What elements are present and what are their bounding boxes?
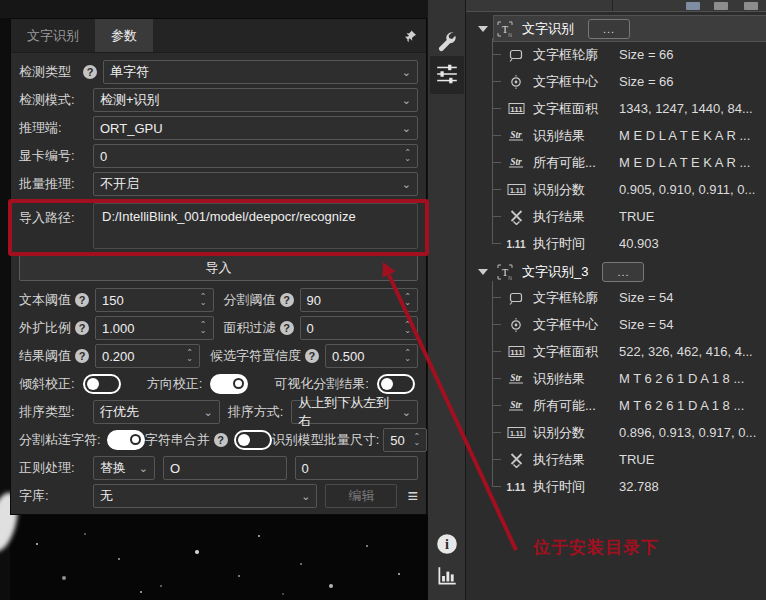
tree-item-label: 文字框轮廓 [533,289,619,307]
regex-mode-select[interactable]: 替换⌄ [93,456,155,480]
tree-item-value: Size = 54 [619,317,766,332]
info-icon[interactable]: i [428,532,466,556]
str-icon: Str [505,398,527,413]
spinner-arrows-icon[interactable]: ⌃⌄ [200,294,207,306]
selected-node[interactable]: TN文字识别... [494,16,766,41]
help-icon[interactable]: ? [75,293,89,307]
help-icon[interactable]: ? [83,65,97,79]
help-icon[interactable]: ? [280,321,294,335]
help-icon[interactable]: ? [280,293,294,307]
string-merge-toggle[interactable] [234,430,272,450]
tree-row[interactable]: 执行结果TRUE [505,446,766,473]
gpu-index-spinner[interactable]: 0⌃⌄ [93,144,418,168]
direction-correction-toggle[interactable] [210,374,248,394]
batch-size-spinner[interactable]: 50⌃⌄ [383,428,427,452]
inference-select[interactable]: ORT_GPU⌄ [93,116,418,140]
svg-text:111: 111 [510,348,523,357]
node-children: 文字框轮廓Size = 54文字框中心Size = 54111文字框面积522,… [505,284,766,500]
skew-correction-toggle[interactable] [83,374,121,394]
spinner-arrows-icon[interactable]: ⌃⌄ [404,150,411,162]
tree-item-label: 执行结果 [533,208,619,226]
tree-item-value: 1343, 1247, 1440, 84... [619,101,766,116]
svg-text:1.11: 1.11 [507,239,526,250]
tree-item-value: 0.896, 0.913, 0.917, 0... [619,425,766,440]
tree-item-label: 执行结果 [533,451,619,469]
wrench-icon[interactable] [428,30,466,52]
tree-row[interactable]: 111文字框面积1343, 1247, 1440, 84... [505,95,766,122]
edit-button[interactable]: 编辑 [325,484,397,508]
split-threshold-label: 分割阈值 [224,291,276,309]
tab-parameters[interactable]: 参数 [95,19,153,52]
tree-row[interactable]: 执行结果TRUE [505,203,766,230]
node-more-button[interactable]: ... [602,262,644,282]
bar-chart-icon[interactable] [428,564,466,588]
tab-text-recognition[interactable]: 文字识别 [11,19,95,52]
result-threshold-spinner[interactable]: 0.200⌃⌄ [95,344,200,368]
expander-icon[interactable] [478,26,488,32]
detect-type-select[interactable]: 单字符⌄ [103,60,418,84]
parameter-panel: 文字识别 参数 检测类型 ? 单字符⌄ 检测模式: 检测+识别⌄ [10,18,427,515]
tree-row[interactable]: 1.11识别分数0.905, 0.910, 0.911, 0... [505,176,766,203]
font-lib-select[interactable]: 无⌄ [93,484,317,508]
spinner-arrows-icon[interactable]: ⌃⌄ [414,434,421,446]
spinner-arrows-icon[interactable]: ⌃⌄ [186,350,193,362]
tree-row[interactable]: Str所有可能...M E D L A T E K A R ... [505,149,766,176]
text-recognition-node-icon: TN [494,264,516,280]
tree-row[interactable]: 文字框轮廓Size = 54 [505,284,766,311]
menu-icon[interactable]: ≡ [407,486,418,507]
candidate-conf-spinner[interactable]: 0.500⌃⌄ [325,344,418,368]
text-threshold-spinner[interactable]: 150⌃⌄ [95,288,214,312]
regex-find-input[interactable]: O [163,456,287,480]
split-glued-toggle[interactable] [107,430,145,450]
help-icon[interactable]: ? [75,321,89,335]
tree-row[interactable]: Str识别结果M T 6 2 6 1 D A 1 8 ... [505,365,766,392]
visualize-split-toggle[interactable] [377,374,415,394]
node-more-button[interactable]: ... [588,19,630,39]
tree-item-label: 识别分数 [533,424,619,442]
spinner-arrows-icon[interactable]: ⌃⌄ [200,322,207,334]
spinner-arrows-icon[interactable]: ⌃⌄ [404,294,411,306]
tree-row[interactable]: 111文字框面积522, 326, 462, 416, 4... [505,338,766,365]
import-button[interactable]: 导入 [19,255,418,281]
tree-row[interactable]: 1.11执行时间32.788 [505,473,766,500]
tree-row[interactable]: 文字框中心Size = 66 [505,68,766,95]
tree-item-label: 所有可能... [533,397,619,415]
pin-icon[interactable] [400,27,418,45]
tree-node-row[interactable]: TN文字识别_3... [476,259,766,284]
expand-ratio-spinner[interactable]: 1.000⌃⌄ [95,316,214,340]
tree-node-row[interactable]: TN文字识别... [476,16,766,41]
scores-icon: 1.11 [505,182,527,197]
node[interactable]: TN文字识别_3... [494,259,766,284]
batch-infer-label: 批量推理: [19,175,93,193]
help-icon[interactable]: ? [75,349,89,363]
help-icon[interactable]: ? [214,433,228,447]
sliders-icon[interactable] [428,62,466,86]
area-filter-spinner[interactable]: 0⌃⌄ [300,316,419,340]
tree-row[interactable]: 1.11执行时间40.903 [505,230,766,257]
chevron-down-icon: ⌄ [203,407,212,417]
sort-type-select[interactable]: 行优先⌄ [93,400,220,424]
tree-item-label: 文字框面积 [533,100,619,118]
tree-item-value: M T 6 2 6 1 D A 1 8 ... [619,398,766,413]
sort-mode-select[interactable]: 从上到下从左到右⌄ [291,400,418,424]
spinner-arrows-icon[interactable]: ⌃⌄ [404,350,411,362]
tree-row[interactable]: 1.11识别分数0.896, 0.913, 0.917, 0... [505,419,766,446]
tree-row[interactable]: 文字框中心Size = 54 [505,311,766,338]
tree-row[interactable]: Str识别结果M E D L A T E K A R ... [505,122,766,149]
tree-item-label: 文字框中心 [533,73,619,91]
split-threshold-spinner[interactable]: 90⌃⌄ [300,288,419,312]
help-icon[interactable]: ? [305,349,319,363]
tree-row[interactable]: 文字框轮廓Size = 66 [505,41,766,68]
time-icon: 1.11 [505,480,527,494]
detect-mode-select[interactable]: 检测+识别⌄ [93,88,418,112]
tree-row[interactable]: Str所有可能...M T 6 2 6 1 D A 1 8 ... [505,392,766,419]
scores-icon: 1.11 [505,425,527,440]
spinner-arrows-icon[interactable]: ⌃⌄ [404,322,411,334]
str-icon: Str [505,128,527,143]
regex-replace-input[interactable]: 0 [295,456,419,480]
node-children: 文字框轮廓Size = 66文字框中心Size = 66111文字框面积1343… [505,41,766,257]
batch-infer-select[interactable]: 不开启⌄ [93,172,418,196]
expander-icon[interactable] [478,269,488,275]
svg-text:Str: Str [510,400,522,410]
center-icon [505,317,527,333]
